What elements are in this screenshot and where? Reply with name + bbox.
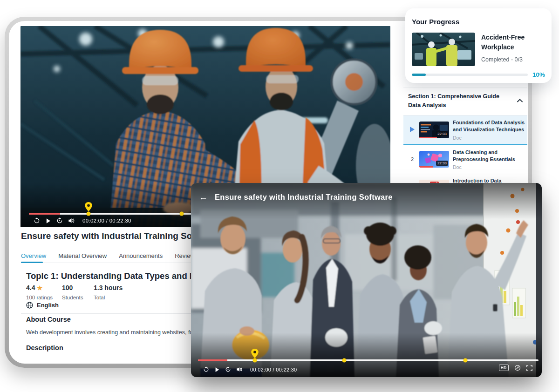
play-icon[interactable]	[45, 218, 51, 224]
rating-label: 100 ratings	[26, 295, 62, 300]
played-segment	[29, 213, 60, 215]
volume-icon[interactable]	[236, 366, 243, 372]
loop-icon[interactable]	[56, 217, 63, 224]
duration-label: Total	[94, 295, 123, 300]
lesson-progress	[419, 137, 437, 138]
section-header[interactable]: Section 1: Comprehensive Guide Data Anal…	[403, 88, 527, 115]
marker-pin-icon[interactable]	[85, 202, 93, 214]
playback-speed-icon[interactable]	[514, 365, 521, 371]
course-tabs: Overview Material Overview Announcements…	[21, 252, 214, 259]
quiz-marker-dot[interactable]	[464, 358, 468, 363]
progress-course-name: Accident-Free Workplace	[481, 33, 545, 52]
fullscreen-video-player[interactable]: ← Ensure safety with Industrial Training…	[191, 183, 542, 377]
duration-value: 1.3 hours	[94, 284, 123, 291]
language-label: English	[37, 302, 59, 309]
back-arrow-icon[interactable]: ←	[199, 193, 208, 202]
progress-card-title: Your Progress	[412, 18, 545, 26]
play-icon[interactable]	[214, 367, 220, 372]
progress-percent: 10%	[532, 71, 545, 78]
main-video-timestamp: 00:02:00 / 00:22:30	[82, 218, 131, 223]
lesson-thumbnail: 22:33	[419, 151, 449, 168]
now-playing-triangle-icon	[408, 127, 416, 133]
loop-icon[interactable]	[225, 366, 231, 372]
lesson-title: Foundations of Data Analysis and Visuali…	[453, 119, 525, 134]
overlay-video-progressbar[interactable]	[198, 359, 539, 361]
overlay-video-controls: 00:02:00 / 00:22:30	[203, 366, 297, 372]
chevron-up-icon[interactable]	[517, 96, 523, 104]
lesson-duration-badge: 22:33	[436, 131, 448, 136]
marker-pin-icon[interactable]	[251, 349, 259, 360]
rating-value: 4.4	[26, 284, 35, 291]
active-tab-underline	[21, 262, 43, 263]
duration-stat: 1.3 hours Total	[94, 284, 123, 300]
rating-stat: 4.4★ 100 ratings	[26, 284, 62, 300]
replay-icon[interactable]	[203, 366, 209, 372]
students-value: 100	[62, 284, 94, 291]
lesson-thumbnail: 22:33	[419, 122, 449, 138]
globe-icon	[26, 302, 33, 309]
progress-fill	[412, 74, 426, 76]
lesson-item-2[interactable]: 2 22:33 Data Cleaning and Preprocessing …	[403, 145, 527, 174]
tab-overview[interactable]: Overview	[21, 252, 46, 259]
lesson-duration-badge: 22:33	[436, 161, 448, 166]
overlay-video-timestamp: 00:02:00 / 00:22:30	[250, 367, 297, 372]
description-heading: Description	[26, 344, 63, 351]
progress-completed-label: Completed - 0/3	[481, 56, 545, 63]
volume-icon[interactable]	[68, 217, 75, 224]
quiz-marker-dot[interactable]	[342, 358, 347, 363]
lesson-item-1[interactable]: 22:33 Foundations of Data Analysis and V…	[403, 115, 527, 145]
tab-material-overview[interactable]: Material Overview	[58, 252, 107, 259]
progress-course-thumbnail	[412, 33, 475, 66]
students-label: Students	[62, 295, 94, 300]
about-course-heading: About Course	[26, 316, 71, 323]
quiz-marker-dot[interactable]	[180, 212, 184, 216]
lesson-kind: Doc	[453, 135, 525, 141]
course-stats: 4.4★ 100 ratings 100 Students 1.3 hours …	[26, 284, 123, 300]
lesson-index: 2	[408, 156, 416, 162]
hd-quality-button[interactable]: HD	[499, 365, 509, 371]
overlay-video-title: Ensure safety with Industrial Training S…	[215, 193, 393, 202]
main-video-controls: 00:02:00 / 00:22:30	[34, 217, 131, 224]
section-title: Section 1: Comprehensive Guide Data Anal…	[408, 92, 510, 110]
language-row: English	[26, 302, 59, 309]
replay-icon[interactable]	[34, 217, 40, 224]
about-course-text: Web development involves creating and ma…	[26, 329, 218, 336]
students-stat: 100 Students	[62, 284, 94, 300]
lesson-progress	[419, 166, 433, 168]
played-segment	[198, 359, 227, 361]
progress-course-row[interactable]: Accident-Free Workplace Completed - 0/3	[412, 33, 545, 66]
fullscreen-icon[interactable]	[526, 365, 532, 371]
tab-announcements[interactable]: Announcements	[119, 252, 163, 259]
lesson-kind: Doc	[453, 164, 525, 170]
star-icon: ★	[37, 284, 42, 291]
lesson-title: Data Cleaning and Preprocessing Essentia…	[453, 149, 525, 163]
course-title: Ensure safety with Industrial Training S…	[21, 231, 218, 241]
progress-track	[412, 74, 528, 76]
your-progress-card: Your Progress Accident-Free Workplace Co…	[405, 8, 552, 83]
